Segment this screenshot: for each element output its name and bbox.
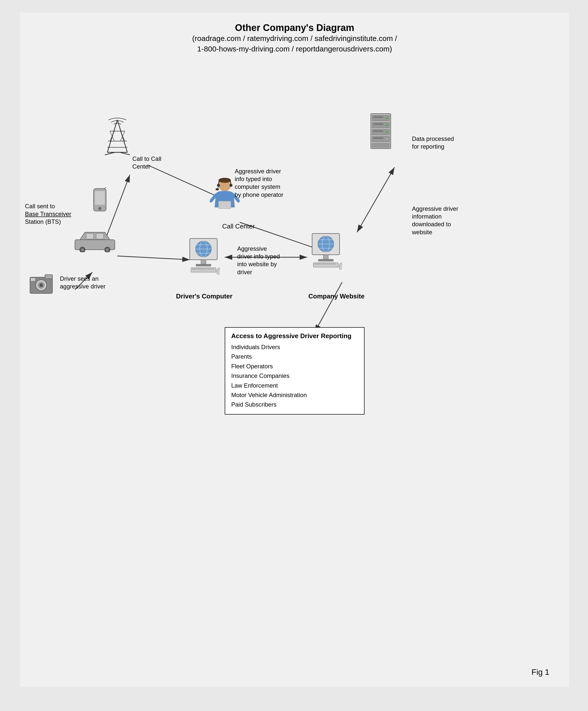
svg-rect-84 [329, 263, 330, 264]
svg-rect-59 [200, 268, 201, 270]
svg-rect-45 [218, 201, 231, 209]
access-box-item: Law Enforcement [231, 381, 358, 390]
svg-rect-76 [313, 263, 338, 267]
svg-rect-77 [314, 263, 316, 264]
driver-computer-icon [187, 237, 220, 276]
title-area: Other Company's Diagram (roadrage.com / … [20, 13, 569, 57]
svg-rect-102 [373, 137, 383, 139]
call-to-center-label: Call to Call Center [132, 155, 161, 170]
access-items-container: Individuals DriversParentsFleet Operator… [231, 342, 358, 410]
svg-rect-82 [325, 263, 326, 264]
svg-rect-93 [373, 116, 383, 118]
tower-icon [102, 117, 132, 158]
access-box-item: Insurance Companies [231, 371, 358, 381]
svg-point-101 [386, 138, 388, 140]
svg-rect-54 [191, 268, 216, 272]
svg-rect-62 [206, 268, 208, 270]
svg-rect-63 [208, 268, 210, 270]
svg-point-92 [386, 117, 388, 119]
svg-point-98 [386, 131, 388, 133]
svg-point-36 [40, 283, 43, 287]
driver-sees-label: Driver sees an aggressive driver [60, 275, 106, 290]
svg-rect-60 [202, 268, 203, 270]
svg-rect-96 [373, 123, 383, 125]
svg-line-5 [117, 256, 190, 260]
svg-rect-83 [327, 263, 328, 264]
svg-rect-61 [204, 268, 205, 270]
svg-point-24 [99, 207, 101, 210]
access-box-item: Parents [231, 352, 358, 361]
svg-rect-55 [192, 268, 194, 270]
svg-rect-74 [323, 255, 328, 259]
svg-rect-38 [30, 278, 36, 281]
access-box: Access to Aggressive Driver Reporting In… [225, 327, 365, 414]
svg-rect-57 [196, 268, 197, 270]
company-website-label: Company Website [308, 292, 365, 301]
subtitle-line1: (roadrage.com / ratemydriving.com / safe… [20, 33, 569, 44]
website-info-label: Aggressive driver info typed into websit… [237, 245, 280, 276]
fig-label: Fig 1 [531, 668, 549, 677]
svg-line-8 [357, 167, 394, 232]
svg-point-66 [217, 268, 220, 275]
svg-rect-23 [95, 191, 105, 205]
svg-rect-53 [196, 264, 211, 266]
svg-rect-86 [332, 263, 334, 264]
svg-rect-44 [216, 188, 219, 190]
svg-rect-27 [86, 234, 94, 239]
svg-point-41 [217, 184, 220, 187]
subtitle-line2: 1-800-hows-my-driving.com / reportdanger… [20, 44, 569, 54]
svg-rect-78 [317, 263, 318, 264]
svg-point-30 [81, 248, 84, 251]
svg-point-88 [339, 263, 342, 270]
access-box-item: Motor Vehicle Administration [231, 390, 358, 400]
svg-rect-81 [323, 263, 324, 264]
server-icon [367, 112, 394, 151]
aggressive-downloaded-label: Aggressive driver information downloaded… [412, 205, 458, 236]
car-icon [72, 227, 117, 253]
main-title: Other Company's Diagram [20, 22, 569, 33]
svg-rect-64 [210, 268, 212, 270]
phone-icon [90, 187, 110, 216]
svg-point-42 [230, 184, 233, 187]
svg-point-32 [106, 248, 109, 251]
aggressive-info-label: Aggressive driver info typed into comput… [235, 167, 283, 198]
access-box-title: Access to Aggressive Driver Reporting [231, 332, 358, 340]
company-website-icon [310, 232, 342, 271]
svg-line-25 [104, 187, 106, 189]
diagram-area: Call sent to Base Transceiver Station (B… [20, 67, 569, 667]
svg-rect-99 [373, 130, 383, 132]
svg-line-7 [314, 282, 342, 332]
svg-rect-103 [372, 143, 390, 147]
svg-rect-28 [96, 234, 104, 239]
svg-rect-65 [212, 268, 214, 270]
data-processed-label: Data processed for reporting [412, 135, 454, 150]
camera-icon [27, 272, 60, 298]
svg-rect-56 [194, 268, 196, 270]
call-sent-label: Call sent to Base Transceiver Station (B… [25, 202, 71, 226]
svg-rect-85 [331, 263, 332, 264]
svg-point-95 [386, 124, 388, 126]
call-center-label: Call Center [222, 222, 255, 231]
svg-rect-52 [201, 260, 206, 264]
svg-rect-37 [45, 275, 52, 279]
svg-rect-58 [198, 268, 199, 270]
svg-rect-80 [321, 263, 322, 264]
svg-rect-75 [318, 259, 333, 261]
svg-rect-79 [319, 263, 320, 264]
page: Other Company's Diagram (roadrage.com / … [20, 13, 569, 687]
access-box-item: Fleet Operators [231, 362, 358, 371]
access-box-item: Paid Subscribers [231, 400, 358, 409]
drivers-computer-label: Driver's Computer [176, 292, 233, 301]
access-box-item: Individuals Drivers [231, 342, 358, 352]
svg-rect-87 [334, 263, 336, 264]
